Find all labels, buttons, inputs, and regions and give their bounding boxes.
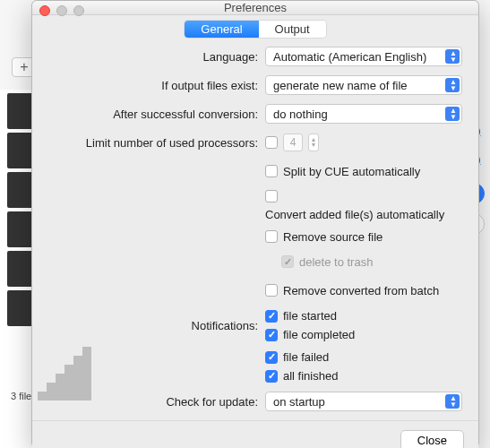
convert-auto-checkbox[interactable] <box>265 190 278 202</box>
notif-started-checkbox[interactable] <box>265 310 278 323</box>
footer: Close <box>32 420 478 448</box>
limit-label: Limit number of used processors: <box>43 136 265 150</box>
bg-file-count: 3 file <box>11 391 31 401</box>
split-cue-checkbox[interactable] <box>265 165 278 177</box>
update-value: on startup <box>273 395 325 409</box>
language-select[interactable]: Automatic (American English) ▲▼ <box>265 47 462 66</box>
language-value: Automatic (American English) <box>273 50 426 64</box>
tab-general[interactable]: General <box>185 21 258 38</box>
notif-finished-checkbox[interactable] <box>265 370 278 383</box>
after-value: do nothing <box>273 108 328 121</box>
remove-converted-checkbox[interactable] <box>265 284 278 297</box>
titlebar: Preferences <box>32 1 478 15</box>
tab-bar: General Output <box>32 15 478 47</box>
update-select[interactable]: on startup ▲▼ <box>265 392 462 411</box>
notifications-label: Notifications: <box>43 319 265 332</box>
notif-started-label: file started <box>283 309 337 323</box>
after-select[interactable]: do nothing ▲▼ <box>265 104 462 124</box>
tab-output[interactable]: Output <box>259 21 326 38</box>
exist-value: generate new name of file <box>273 79 408 92</box>
limit-checkbox[interactable] <box>265 136 278 149</box>
window-title: Preferences <box>224 1 287 14</box>
form: Language: Automatic (American English) ▲… <box>32 47 478 420</box>
split-cue-label: Split by CUE automatically <box>283 165 420 178</box>
notif-failed-checkbox[interactable] <box>265 351 278 364</box>
resize-grip-icon[interactable] <box>38 347 91 401</box>
exist-label: If output files exist: <box>43 79 265 92</box>
preferences-window: Preferences General Output Language: Aut… <box>31 0 479 448</box>
delete-trash-label: delete to trash <box>299 255 373 269</box>
notif-completed-checkbox[interactable] <box>265 329 278 341</box>
notif-completed-label: file completed <box>283 328 355 341</box>
notif-finished-label: all finished <box>283 369 338 383</box>
notif-failed-label: file failed <box>283 350 329 364</box>
after-label: After successful conversion: <box>43 108 265 121</box>
remove-source-label: Remove source file <box>283 230 383 244</box>
convert-auto-label: Convert added file(s) automatically <box>265 208 444 221</box>
remove-source-checkbox[interactable] <box>265 230 278 243</box>
limit-value: 4 <box>283 134 303 151</box>
maximize-window-icon <box>73 5 84 16</box>
close-window-icon[interactable] <box>39 5 50 16</box>
delete-trash-checkbox <box>281 255 294 268</box>
limit-stepper[interactable]: ▲▼ <box>308 134 319 151</box>
minimize-window-icon <box>56 5 67 16</box>
language-label: Language: <box>43 50 265 64</box>
close-button[interactable]: Close <box>400 430 464 448</box>
exist-select[interactable]: generate new name of file ▲▼ <box>265 75 462 95</box>
remove-converted-label: Remove converted from batch <box>283 284 439 297</box>
